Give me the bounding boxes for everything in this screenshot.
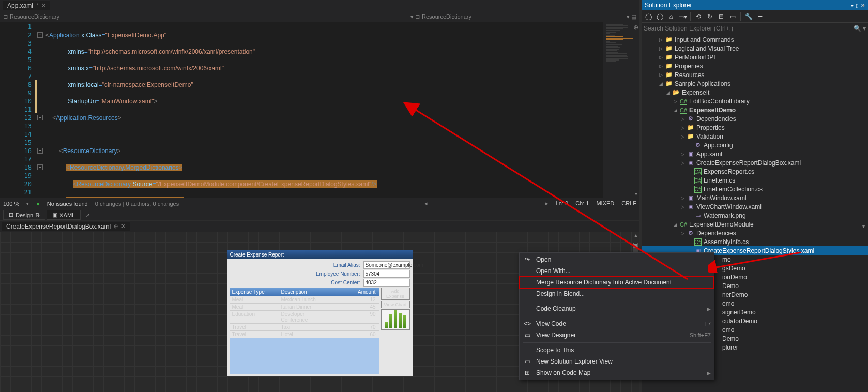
ctx-scope[interactable]: Scope to This <box>520 344 714 356</box>
sync-icon[interactable]: ⟲ <box>694 12 703 21</box>
refresh-icon[interactable]: ↻ <box>705 12 714 21</box>
code-minimap[interactable]: ⊕ ▾ <box>603 22 639 198</box>
expand-icon[interactable]: ▷ <box>680 125 685 130</box>
tab-app-xaml[interactable]: App.xaml* ✕ <box>3 1 50 10</box>
tree-item[interactable]: ⚙App.config <box>642 141 868 149</box>
expand-icon[interactable]: ▷ <box>680 116 685 122</box>
close-icon[interactable]: ✕ <box>41 2 46 9</box>
expand-icon[interactable]: ◢ <box>665 90 671 95</box>
ctx-code-map[interactable]: ⊞Show on Code Map▶ <box>520 367 714 379</box>
issues-label[interactable]: No issues found <box>47 201 88 207</box>
tree-item[interactable]: ▷📁Properties <box>642 62 868 70</box>
tree-item[interactable]: ▷▣App.xaml <box>642 149 868 158</box>
breadcrumb-right[interactable]: ▾ ⊟ ResourceDictionary <box>410 13 471 20</box>
code-editor[interactable]: 123456789101112131415161718192021 −<Appl… <box>0 22 639 198</box>
expand-icon[interactable]: ▷ <box>680 134 685 139</box>
tab-overflow-icon[interactable]: ▾ <box>862 3 865 8</box>
cc-field[interactable]: 4032 <box>363 279 410 287</box>
expand-icon[interactable]: ▷ <box>680 231 685 236</box>
indent-mode[interactable]: MIXED <box>596 200 614 207</box>
tree-item[interactable]: ▷📁PerMonitorDPI <box>642 53 868 62</box>
chevron-down-icon[interactable]: ▾ ▤ <box>627 13 636 20</box>
home-icon[interactable]: ⌂ <box>666 12 676 21</box>
search-input[interactable] <box>644 25 854 32</box>
expand-icon[interactable]: ▷ <box>658 72 663 78</box>
solution-search[interactable]: 🔍 ▾ <box>642 23 868 34</box>
tree-item[interactable]: ▷📁Logical and Visual Tree <box>642 44 868 53</box>
chevron-down-icon[interactable]: ▾ <box>635 191 637 197</box>
popout-icon[interactable]: ↗ <box>85 212 90 219</box>
pin-icon[interactable]: ▯ <box>856 3 859 8</box>
expand-icon[interactable]: ▷ <box>680 160 685 165</box>
preview-icon[interactable]: ━ <box>755 12 765 21</box>
expand-icon[interactable]: ▷ <box>658 64 663 69</box>
tree-item[interactable]: ▷⚙Dependencies <box>642 229 868 237</box>
pin-icon[interactable]: ⊕ <box>114 223 118 229</box>
ctx-open-with[interactable]: Open With... <box>520 265 714 277</box>
tab-dialog-xaml[interactable]: CreateExpenseReportDialogBox.xaml ⊕ ✕ <box>2 222 130 231</box>
zoom-level[interactable]: 100 % <box>3 201 19 207</box>
tree-item[interactable]: C#ExpenseReport.cs <box>642 167 868 176</box>
tree-item[interactable]: ▷▣ViewChartWindow.xaml <box>642 202 868 211</box>
expand-icon[interactable]: ▷ <box>658 46 663 51</box>
tree-item[interactable]: ▷📁Resources <box>642 70 868 79</box>
ctx-view-designer[interactable]: ▭View DesignerShift+F7 <box>520 329 714 341</box>
tree-item[interactable]: C#LineItemCollection.cs <box>642 185 868 193</box>
expand-icon[interactable]: ▷ <box>680 195 685 201</box>
search-icon[interactable]: 🔍 ▾ <box>854 25 866 32</box>
table-row[interactable]: MealMexican Lunch12 <box>230 296 379 304</box>
ctx-merge-resource-dictionary[interactable]: Merge Resource Dictionary Into Active Do… <box>520 277 714 288</box>
tree-item[interactable]: C#AssemblyInfo.cs <box>642 237 868 246</box>
ctx-new-view[interactable]: ▭New Solution Explorer View <box>520 356 714 367</box>
tab-design[interactable]: ⊞ Design ⇅ <box>3 210 45 220</box>
ctx-code-cleanup[interactable]: Code Cleanup▶ <box>520 303 714 314</box>
view-icon[interactable]: ▣ <box>633 241 638 248</box>
table-row[interactable]: TravelTaxi70 <box>230 324 379 331</box>
tree-item[interactable]: ◢C#ExpenseItDemo <box>642 105 868 114</box>
tree-item[interactable]: ▷C#EditBoxControlLibrary <box>642 97 868 105</box>
tab-xaml[interactable]: ▣ XAML <box>47 210 81 220</box>
table-row[interactable]: TravelHotel60 <box>230 331 379 338</box>
tree-item[interactable]: ◢📂ExpenseIt <box>642 88 868 97</box>
collapse-icon[interactable]: ⊟ <box>717 12 726 21</box>
tree-item[interactable]: ▷📁Properties <box>642 123 868 132</box>
tree-item[interactable]: ▷📁Validation <box>642 132 868 141</box>
expand-icon[interactable]: ▷ <box>658 55 663 60</box>
properties-icon[interactable]: 🔧 <box>744 12 753 21</box>
add-expense-button[interactable]: Add Expense <box>381 288 410 300</box>
tree-item[interactable]: ▷⚙Dependencies <box>642 114 868 123</box>
tree-item[interactable]: ▷▣MainWindow.xaml <box>642 193 868 202</box>
back-icon[interactable]: ◯ <box>644 12 653 21</box>
line-ending[interactable]: CRLF <box>621 200 636 207</box>
ctx-design-blend[interactable]: Design in Blend... <box>520 288 714 299</box>
ctx-open[interactable]: ↷Open <box>520 254 714 265</box>
tab-overflow-icon[interactable]: ▾ <box>862 223 865 229</box>
table-row[interactable]: MealItalian Dinner45 <box>230 304 379 311</box>
close-icon[interactable]: ✕ <box>121 223 126 230</box>
expand-icon[interactable]: ▷ <box>673 99 678 104</box>
show-all-icon[interactable]: ▭ <box>728 12 737 21</box>
tree-item[interactable]: ▷📁Input and Commands <box>642 35 868 44</box>
expand-icon[interactable]: ▷ <box>658 37 663 42</box>
switch-view-icon[interactable]: ▭▾ <box>678 12 687 21</box>
email-field[interactable]: Someone@example.com <box>363 261 410 269</box>
ctx-view-code[interactable]: <>View CodeF7 <box>520 318 714 329</box>
changes-label[interactable]: 0 changes | 0 authors, 0 changes <box>95 201 179 207</box>
dropdown-icon[interactable]: ▾ <box>851 3 854 8</box>
view-chart-button[interactable]: View Chart <box>381 301 410 308</box>
expand-icon[interactable]: ◢ <box>658 81 663 86</box>
empno-field[interactable]: 57304 <box>363 270 410 278</box>
expand-icon[interactable]: ▷ <box>680 204 685 209</box>
tree-item[interactable]: C#LineItem.cs <box>642 176 868 185</box>
tree-item[interactable]: ▭Watermark.png <box>642 211 868 220</box>
tree-item[interactable]: ◢C#ExpenseItDemoModule <box>642 220 868 229</box>
expand-icon[interactable]: ▷ <box>680 152 685 157</box>
code-content[interactable]: −<Application x:Class="ExpenseItDemo.App… <box>36 22 603 198</box>
tree-item[interactable]: ▷▣CreateExpenseReportDialogBox.xaml <box>642 158 868 167</box>
fwd-icon[interactable]: ◯ <box>655 12 664 21</box>
table-row[interactable]: EducationDeveloper Conference90 <box>230 311 379 324</box>
expand-icon[interactable]: ◢ <box>673 108 678 113</box>
tree-item[interactable]: ◢📁Sample Applications <box>642 79 868 88</box>
expand-icon[interactable]: ◢ <box>673 222 678 227</box>
breadcrumb-left[interactable]: ⊟ ResourceDictionary <box>3 13 59 20</box>
